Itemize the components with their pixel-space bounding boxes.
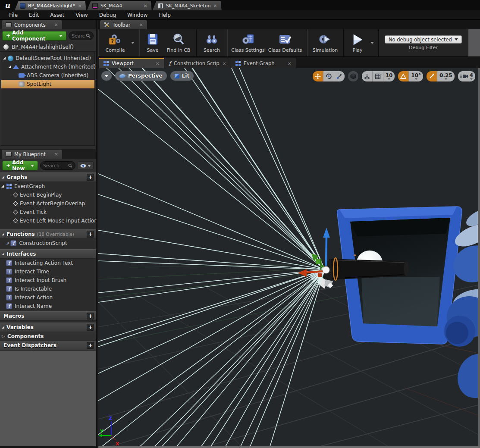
menu-asset[interactable]: Asset <box>44 12 70 18</box>
list-item-event-beginplay[interactable]: Event BeginPlay <box>0 191 96 199</box>
section-header-interfaces[interactable]: Interfaces <box>0 249 96 259</box>
coordinate-system-button[interactable] <box>348 71 358 81</box>
add-variable-button[interactable]: + <box>87 324 94 331</box>
expander-icon[interactable] <box>2 233 4 235</box>
viewport-3d[interactable]: Z Y X Perspective Lit <box>98 68 480 448</box>
search-button[interactable]: Search <box>199 31 224 55</box>
add-event-dispatcher-button[interactable]: + <box>87 342 94 349</box>
add-function-button[interactable]: + <box>87 231 94 238</box>
surface-snap-button[interactable] <box>362 71 372 81</box>
gizmo-z-arrowhead[interactable] <box>323 228 330 238</box>
expander-icon[interactable] <box>3 57 6 60</box>
play-options-caret[interactable] <box>369 31 376 55</box>
menu-edit[interactable]: Edit <box>23 12 44 18</box>
menu-help[interactable]: Help <box>153 12 176 18</box>
simulation-button[interactable]: Simulation <box>310 31 341 55</box>
section-header-event-dispatchers[interactable]: Event Dispatchers + <box>0 341 96 350</box>
asset-tab-sk-m4a4-skeleton[interactable]: SK_M4A4_Skeleton × <box>153 1 222 10</box>
tab-my-blueprint[interactable]: My Blueprint × <box>2 150 62 159</box>
gizmo-center-sphere[interactable] <box>323 266 329 273</box>
rotation-snap-value[interactable]: 10° <box>408 71 423 81</box>
move-tool-button[interactable] <box>313 71 323 81</box>
list-item-event-tick[interactable]: Event Tick <box>0 208 96 216</box>
expander-icon[interactable] <box>2 326 4 329</box>
blueprint-self-row[interactable]: BP_M4A4Flashlight(self) <box>0 42 96 52</box>
close-icon[interactable]: × <box>143 3 147 9</box>
tree-row-defaultsceneroot[interactable]: DefaultSceneRoot (Inherited) <box>1 54 94 63</box>
close-icon[interactable]: × <box>288 61 292 66</box>
rotate-tool-button[interactable] <box>323 71 334 81</box>
scale-tool-button[interactable] <box>334 71 345 81</box>
close-icon[interactable]: × <box>213 3 217 9</box>
play-button[interactable]: Play <box>346 31 369 55</box>
variables-category-components[interactable]: ▷ Components <box>0 332 96 341</box>
menu-view[interactable]: View <box>70 12 93 18</box>
lit-mode-button[interactable]: Lit <box>170 71 195 81</box>
close-icon[interactable]: × <box>54 22 58 28</box>
tree-row-spotlight[interactable]: SpotLight <box>1 80 94 88</box>
perspective-button[interactable]: Perspective <box>115 71 167 81</box>
list-item-event-actorbeginoverlap[interactable]: Event ActorBeginOverlap <box>0 199 96 208</box>
grid-snap-value[interactable]: 10 <box>383 71 395 81</box>
add-macro-button[interactable]: + <box>87 313 94 320</box>
menu-debug[interactable]: Debug <box>94 12 122 18</box>
close-icon[interactable]: × <box>223 61 226 66</box>
asset-tab-bp-m4a4flashlight[interactable]: BP_M4A4Flashlight* × <box>15 1 86 10</box>
gizmo-x-axis-handle[interactable] <box>305 271 324 273</box>
section-header-variables[interactable]: Variables + <box>0 323 96 332</box>
tab-event-graph[interactable]: Event Graph × <box>231 58 296 68</box>
close-icon[interactable]: × <box>139 22 143 28</box>
grid-snap-button[interactable] <box>372 71 383 81</box>
viewport-options-button[interactable] <box>101 71 112 81</box>
compile-options-caret[interactable] <box>129 31 136 55</box>
scale-snap-button[interactable] <box>427 71 437 81</box>
my-blueprint-search-box[interactable] <box>40 161 75 170</box>
components-search-input[interactable] <box>72 33 85 39</box>
tab-viewport[interactable]: Viewport × <box>99 58 164 68</box>
tab-construction-script[interactable]: f Construction Scrip × <box>164 58 231 68</box>
expander-icon[interactable] <box>2 253 4 255</box>
close-icon[interactable]: × <box>54 151 58 157</box>
add-new-button[interactable]: + Add New <box>2 161 38 170</box>
menu-file[interactable]: File <box>3 12 23 18</box>
camera-speed-button[interactable]: 4 <box>458 71 475 81</box>
section-header-macros[interactable]: Macros + <box>0 311 96 321</box>
list-item-interface[interactable]: f Interact Action <box>0 293 96 302</box>
debug-object-dropdown[interactable]: No debug object selected <box>385 35 462 44</box>
expander-icon[interactable] <box>1 185 4 188</box>
list-item-constructionscript[interactable]: ➚ f ConstructionScript <box>0 239 96 247</box>
my-blueprint-search-input[interactable] <box>43 163 67 169</box>
rotation-snap-button[interactable] <box>398 71 408 81</box>
gizmo-z-axis-handle[interactable] <box>326 236 326 266</box>
class-settings-button[interactable]: Class Settings <box>230 31 266 55</box>
find-in-cb-button[interactable]: Find in CB <box>163 31 194 55</box>
expander-collapsed-icon[interactable]: ▷ <box>2 334 5 338</box>
tab-components[interactable]: Components × <box>2 20 62 29</box>
add-component-button[interactable]: + Add Component <box>2 31 66 41</box>
section-header-graphs[interactable]: Graphs + <box>0 172 96 182</box>
components-search-box[interactable] <box>69 31 94 40</box>
visibility-filter-button[interactable] <box>78 161 94 170</box>
list-item-interface[interactable]: f Interact Name <box>0 302 96 310</box>
list-item-interface[interactable]: f Is Interactable <box>0 285 96 293</box>
compile-button[interactable]: ? Compile <box>101 31 129 55</box>
class-defaults-button[interactable]: Class Defaults <box>266 31 304 55</box>
expander-icon[interactable] <box>8 66 11 68</box>
add-graph-button[interactable]: + <box>87 174 94 181</box>
list-item-interface[interactable]: f Interacting Action Text <box>0 259 96 267</box>
scale-snap-value[interactable]: 0.25 <box>437 71 455 81</box>
close-icon[interactable]: × <box>156 61 160 66</box>
list-item-event-left-mouse[interactable]: Event Left Mouse Input Actior <box>0 216 96 225</box>
asset-tab-sk-m4a4[interactable]: SK_M4A4 × <box>87 1 152 10</box>
list-item-interface[interactable]: f Interact Time <box>0 267 96 276</box>
list-item-interface[interactable]: f Interact Input Brush <box>0 276 96 285</box>
expander-icon[interactable] <box>2 176 4 179</box>
tab-toolbar[interactable]: Toolbar × <box>100 20 147 29</box>
save-button[interactable]: Save <box>142 31 163 55</box>
tree-row-ads-camera[interactable]: ADS Camera (Inherited) <box>1 71 94 80</box>
menu-window[interactable]: Window <box>122 12 153 18</box>
tree-row-attachment-mesh[interactable]: Attachment Mesh (Inherited) <box>1 63 94 71</box>
list-item-eventgraph[interactable]: EventGraph <box>0 182 96 191</box>
section-header-functions[interactable]: Functions (18 Overridable) + <box>0 229 96 239</box>
close-icon[interactable]: × <box>78 3 82 9</box>
